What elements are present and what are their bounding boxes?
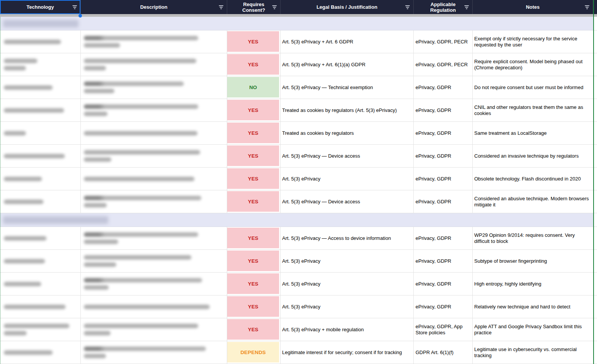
- regulation-cell[interactable]: ePrivacy, GDPR: [414, 190, 473, 213]
- consent-cell[interactable]: YES: [227, 99, 281, 122]
- technology-cell[interactable]: [0, 273, 81, 295]
- technology-cell[interactable]: [0, 341, 81, 364]
- consent-cell[interactable]: DEPENDS: [227, 341, 281, 364]
- regulation-cell[interactable]: ePrivacy, GDPR: [414, 145, 473, 168]
- notes-cell[interactable]: Legitimate use in cybersecurity vs. comm…: [473, 341, 593, 364]
- column-header-applicable-regulation[interactable]: Applicable Regulation: [414, 0, 473, 14]
- description-cell[interactable]: [81, 295, 227, 318]
- legal-basis-cell[interactable]: Art. 5(3) ePrivacy + Art. 6(1)(a) GDPR: [281, 53, 414, 76]
- description-cell[interactable]: [81, 190, 227, 213]
- regulation-cell[interactable]: ePrivacy, GDPR: [414, 76, 473, 99]
- technology-cell[interactable]: [0, 122, 81, 145]
- section-header-row[interactable]: [0, 17, 597, 30]
- regulation-cell[interactable]: ePrivacy, GDPR: [414, 250, 473, 273]
- legal-basis-cell[interactable]: Art. 5(3) ePrivacy: [281, 168, 414, 190]
- section-header-row[interactable]: [0, 213, 597, 227]
- description-cell[interactable]: [81, 250, 227, 273]
- column-header-technology[interactable]: Technology: [0, 0, 81, 14]
- legal-basis-cell[interactable]: Legitimate interest if for security; con…: [281, 341, 414, 364]
- regulation-cell[interactable]: ePrivacy, GDPR, PECR: [414, 30, 473, 53]
- consent-cell[interactable]: YES: [227, 318, 281, 341]
- column-header-legal-basis[interactable]: Legal Basis / Justification: [281, 0, 414, 14]
- consent-cell[interactable]: YES: [227, 273, 281, 295]
- regulation-cell[interactable]: GDPR Art. 6(1)(f): [414, 341, 473, 364]
- column-header-description[interactable]: Description: [81, 0, 227, 14]
- technology-cell[interactable]: [0, 53, 81, 76]
- legal-basis-cell[interactable]: Art. 5(3) ePrivacy + mobile regulation: [281, 318, 414, 341]
- technology-cell[interactable]: [0, 227, 81, 250]
- section-header-cell[interactable]: [0, 17, 593, 30]
- regulation-cell[interactable]: ePrivacy, GDPR: [414, 227, 473, 250]
- consent-cell[interactable]: YES: [227, 168, 281, 190]
- selection-handle[interactable]: [79, 14, 82, 18]
- regulation-cell[interactable]: ePrivacy, GDPR: [414, 295, 473, 318]
- regulation-cell[interactable]: ePrivacy, GDPR, PECR: [414, 53, 473, 76]
- regulation-cell[interactable]: ePrivacy, GDPR: [414, 168, 473, 190]
- legal-basis-cell[interactable]: Art. 5(3) ePrivacy — Device access: [281, 190, 414, 213]
- legal-basis-cell[interactable]: Art. 5(3) ePrivacy — Access to device in…: [281, 227, 414, 250]
- filter-icon[interactable]: [219, 5, 223, 9]
- technology-cell[interactable]: [0, 168, 81, 190]
- notes-cell[interactable]: Same treatment as LocalStorage: [473, 122, 593, 145]
- legal-basis-cell[interactable]: Art. 5(3) ePrivacy: [281, 250, 414, 273]
- column-header-notes[interactable]: Notes: [473, 0, 593, 14]
- legal-basis-cell[interactable]: Treated as cookies by regulators: [281, 122, 414, 145]
- filter-icon[interactable]: [72, 5, 77, 9]
- consent-cell[interactable]: YES: [227, 190, 281, 213]
- technology-cell[interactable]: [0, 295, 81, 318]
- notes-cell[interactable]: High entropy, highly identifying: [473, 273, 593, 295]
- technology-cell[interactable]: [0, 30, 81, 53]
- description-cell[interactable]: [81, 53, 227, 76]
- notes-cell[interactable]: CNIL and other regulators treat them the…: [473, 99, 593, 122]
- regulation-cell[interactable]: ePrivacy, GDPR: [414, 99, 473, 122]
- filter-icon[interactable]: [585, 5, 589, 9]
- description-cell[interactable]: [81, 168, 227, 190]
- notes-cell[interactable]: WP29 Opinion 9/2014: requires consent. V…: [473, 227, 593, 250]
- consent-cell[interactable]: YES: [227, 250, 281, 273]
- notes-cell[interactable]: Considered an abusive technique. Modern …: [473, 190, 593, 213]
- technology-cell[interactable]: [0, 145, 81, 168]
- legal-basis-cell[interactable]: Art. 5(3) ePrivacy: [281, 295, 414, 318]
- legal-basis-cell[interactable]: Art. 5(3) ePrivacy: [281, 273, 414, 295]
- legal-basis-cell[interactable]: Art. 5(3) ePrivacy — Device access: [281, 145, 414, 168]
- notes-cell[interactable]: Require explicit consent. Model being ph…: [473, 53, 593, 76]
- description-cell[interactable]: [81, 273, 227, 295]
- description-cell[interactable]: [81, 99, 227, 122]
- notes-cell[interactable]: Obsolete technology. Flash discontinued …: [473, 168, 593, 190]
- regulation-cell[interactable]: ePrivacy, GDPR, App Store policies: [414, 318, 473, 341]
- legal-basis-cell[interactable]: Art. 5(3) ePrivacy + Art. 6 GDPR: [281, 30, 414, 53]
- section-header-cell[interactable]: [0, 213, 593, 227]
- description-cell[interactable]: [81, 145, 227, 168]
- legal-basis-cell[interactable]: Art. 5(3) ePrivacy — Technical exemption: [281, 76, 414, 99]
- consent-cell[interactable]: NO: [227, 76, 281, 99]
- notes-cell[interactable]: Apple ATT and Google Privacy Sandbox lim…: [473, 318, 593, 341]
- regulation-cell[interactable]: ePrivacy, GDPR: [414, 122, 473, 145]
- consent-cell[interactable]: YES: [227, 122, 281, 145]
- technology-cell[interactable]: [0, 318, 81, 341]
- description-cell[interactable]: [81, 122, 227, 145]
- filter-icon[interactable]: [405, 5, 410, 9]
- consent-cell[interactable]: YES: [227, 295, 281, 318]
- description-cell[interactable]: [81, 76, 227, 99]
- technology-cell[interactable]: [0, 250, 81, 273]
- description-cell[interactable]: [81, 30, 227, 53]
- filter-icon[interactable]: [464, 5, 469, 9]
- column-header-requires-consent[interactable]: Requires Consent?: [227, 0, 281, 14]
- legal-basis-cell[interactable]: Treated as cookies by regulators (Art. 5…: [281, 99, 414, 122]
- technology-cell[interactable]: [0, 99, 81, 122]
- technology-cell[interactable]: [0, 76, 81, 99]
- description-cell[interactable]: [81, 227, 227, 250]
- notes-cell[interactable]: Relatively new technique and hard to det…: [473, 295, 593, 318]
- regulation-cell[interactable]: ePrivacy, GDPR: [414, 273, 473, 295]
- description-cell[interactable]: [81, 341, 227, 364]
- consent-cell[interactable]: YES: [227, 53, 281, 76]
- consent-cell[interactable]: YES: [227, 227, 281, 250]
- notes-cell[interactable]: Exempt only if strictly necessary for th…: [473, 30, 593, 53]
- consent-cell[interactable]: YES: [227, 30, 281, 53]
- technology-cell[interactable]: [0, 190, 81, 213]
- notes-cell[interactable]: Subtype of browser fingerprinting: [473, 250, 593, 273]
- filter-icon[interactable]: [272, 5, 277, 9]
- consent-cell[interactable]: YES: [227, 145, 281, 168]
- description-cell[interactable]: [81, 318, 227, 341]
- notes-cell[interactable]: Considered an invasive technique by regu…: [473, 145, 593, 168]
